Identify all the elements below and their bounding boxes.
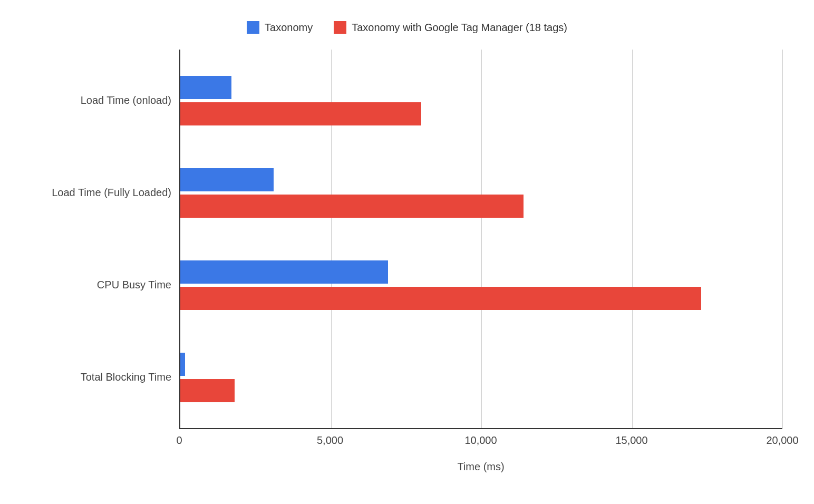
bar-gtm-onload — [180, 102, 421, 125]
legend-label: Taxonomy with Google Tag Manager (18 tag… — [352, 22, 567, 34]
bar-taxonomy-onload — [180, 76, 231, 99]
legend-label: Taxonomy — [265, 22, 313, 34]
legend-swatch-red — [334, 21, 346, 34]
x-tick-label: 10,000 — [464, 434, 497, 447]
y-axis-label: Load Time (onload) — [81, 94, 171, 106]
y-axis-label: CPU Busy Time — [97, 279, 171, 291]
x-axis-ticks: 0 5,000 10,000 15,000 20,000 — [179, 429, 782, 450]
x-tick-label: 0 — [176, 434, 182, 447]
gridline — [632, 50, 633, 428]
x-tick-label: 5,000 — [317, 434, 343, 447]
chart-area: Load Time (onload) Load Time (Fully Load… — [32, 50, 782, 429]
y-axis-label: Total Blocking Time — [81, 371, 171, 383]
gridline — [782, 50, 783, 428]
x-axis-title: Time (ms) — [179, 461, 782, 473]
bar-taxonomy-fullyloaded — [180, 168, 274, 191]
x-tick-label: 20,000 — [766, 434, 798, 447]
x-tick-label: 15,000 — [615, 434, 647, 447]
bar-gtm-tbt — [180, 379, 235, 402]
chart-legend: Taxonomy Taxonomy with Google Tag Manage… — [32, 21, 782, 34]
gridline — [481, 50, 482, 428]
y-axis-label: Load Time (Fully Loaded) — [52, 187, 171, 199]
bar-taxonomy-cpu — [180, 260, 388, 284]
bar-gtm-cpu — [180, 287, 701, 310]
legend-item-gtm: Taxonomy with Google Tag Manager (18 tag… — [334, 21, 567, 34]
bar-gtm-fullyloaded — [180, 195, 524, 218]
y-axis-labels: Load Time (onload) Load Time (Fully Load… — [32, 50, 179, 429]
legend-item-taxonomy: Taxonomy — [247, 21, 313, 34]
bar-taxonomy-tbt — [180, 353, 185, 376]
chart-plot — [179, 50, 782, 429]
legend-swatch-blue — [247, 21, 259, 34]
